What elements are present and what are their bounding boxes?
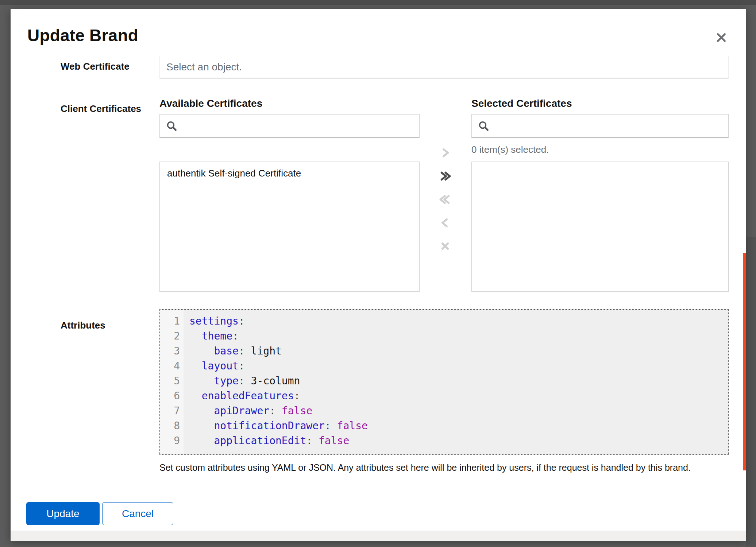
- line-number: 8: [160, 418, 180, 433]
- available-search-input[interactable]: [182, 120, 413, 132]
- attributes-code-editor[interactable]: 123456789 settings: theme: base: light l…: [159, 309, 729, 455]
- line-number: 2: [160, 329, 180, 344]
- selected-search[interactable]: [471, 114, 729, 138]
- available-certificates-title: Available Certificates: [159, 98, 262, 109]
- code-content[interactable]: settings: theme: base: light layout: typ…: [184, 310, 728, 454]
- code-line-numbers: 123456789: [160, 310, 184, 454]
- search-icon: [166, 120, 178, 132]
- line-number: 5: [160, 373, 180, 388]
- line-number: 9: [160, 433, 180, 448]
- line-number: 6: [160, 388, 180, 403]
- code-line: applicationEdit: false: [189, 433, 728, 448]
- angle-left-icon: [439, 217, 451, 229]
- modal-bottom-strip: [11, 531, 746, 541]
- code-line: enabledFeatures:: [189, 388, 728, 403]
- modal-title: Update Brand: [27, 26, 138, 45]
- available-search[interactable]: [159, 114, 420, 138]
- selected-status-text: 0 item(s) selected.: [471, 144, 549, 155]
- code-line: theme:: [189, 329, 728, 344]
- line-number: 3: [160, 344, 180, 358]
- attributes-label: Attributes: [61, 320, 105, 331]
- add-all-button[interactable]: [433, 164, 457, 188]
- angle-double-left-icon: [439, 193, 451, 206]
- accent-bar: [743, 253, 746, 470]
- available-certificates-list[interactable]: authentik Self-signed Certificate: [159, 162, 420, 292]
- code-line: settings:: [189, 314, 728, 329]
- web-certificate-placeholder: Select an object.: [166, 61, 242, 73]
- page-backdrop: Update Brand Web Certificate Select an o…: [0, 0, 756, 547]
- selected-certificates-list[interactable]: [471, 162, 729, 292]
- update-brand-modal: Update Brand Web Certificate Select an o…: [11, 9, 746, 541]
- web-certificate-select[interactable]: Select an object.: [159, 56, 729, 78]
- web-certificate-label: Web Certificate: [61, 61, 130, 72]
- attributes-help-text: Set custom attributes using YAML or JSON…: [159, 462, 729, 473]
- backdrop-header-strip: [0, 0, 756, 5]
- code-line: base: light: [189, 344, 728, 358]
- times-icon: [439, 240, 451, 252]
- search-icon: [478, 120, 490, 132]
- list-item[interactable]: authentik Self-signed Certificate: [160, 162, 419, 183]
- close-icon: [715, 31, 728, 44]
- code-line: layout:: [189, 358, 728, 373]
- selected-search-input[interactable]: [494, 120, 722, 132]
- remove-selected-button: [433, 211, 457, 234]
- add-selected-button: [433, 141, 457, 164]
- transfer-controls: [432, 141, 458, 258]
- angle-double-right-icon: [439, 170, 451, 182]
- code-line: type: 3-column: [189, 373, 728, 388]
- close-button[interactable]: [712, 28, 731, 47]
- code-line: apiDrawer: false: [189, 403, 728, 418]
- selected-certificates-title: Selected Certificates: [471, 98, 572, 109]
- line-number: 7: [160, 403, 180, 418]
- code-line: notificationDrawer: false: [189, 418, 728, 433]
- line-number: 4: [160, 358, 180, 373]
- angle-right-icon: [439, 147, 451, 159]
- clear-button: [433, 234, 457, 258]
- line-number: 1: [160, 314, 180, 329]
- backdrop-right-shade: [746, 237, 756, 547]
- client-certificates-label: Client Certificates: [61, 103, 141, 115]
- cancel-button[interactable]: Cancel: [102, 502, 173, 525]
- update-button[interactable]: Update: [26, 502, 100, 525]
- remove-all-button: [433, 188, 457, 211]
